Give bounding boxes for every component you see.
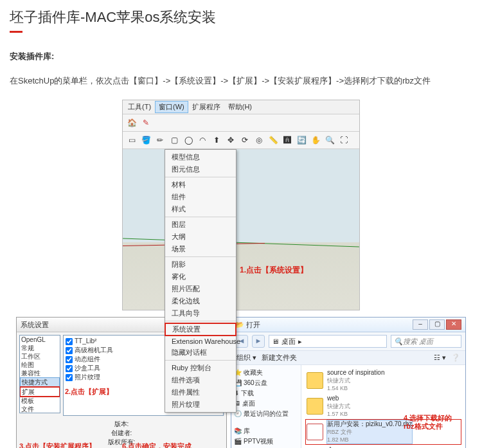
tree-item[interactable]: 📚库 (234, 426, 298, 436)
tree-item[interactable]: ⬇下载 (234, 388, 298, 399)
folder-tree[interactable]: ⭐收藏夹💾360云盘⬇下载🖥桌面🕘最近访问的位置 📚库🎬PPTV视频🎞视频 (231, 365, 301, 448)
minimize-icon[interactable]: – (413, 319, 428, 330)
menu-item[interactable]: 图层 (165, 219, 236, 231)
tree-item-label: 桌面 (242, 399, 255, 409)
tree-item[interactable]: 🎬PPTV视频 (234, 436, 298, 447)
fwd-icon[interactable]: ► (252, 335, 265, 348)
menu-separator (165, 177, 236, 177)
version-label: 版本: (21, 420, 222, 429)
menu-item[interactable]: 材料 (165, 179, 236, 191)
offset-icon: ◎ (253, 134, 265, 147)
file-size-label: 1.57 KB (327, 410, 350, 418)
menu-item[interactable]: 图元信息 (165, 163, 236, 175)
search-input[interactable]: 🔍 搜索 桌面 (391, 335, 461, 348)
category-item[interactable]: 绘图 (20, 361, 60, 369)
file-item[interactable]: source of inspiration快捷方式1.54 KB (305, 368, 461, 393)
menu-item[interactable]: 柔化边线 (165, 295, 236, 307)
menubar-item[interactable]: 工具(T) (124, 101, 155, 113)
tree-item[interactable]: 🕘最近访问的位置 (234, 409, 298, 419)
menu-item[interactable]: 隐藏对话框 (165, 346, 236, 359)
menu-separator (165, 256, 236, 257)
rotate-icon: ⟳ (238, 134, 251, 147)
menu-item[interactable]: 组件属性 (165, 386, 236, 399)
file-list[interactable]: source of inspiration快捷方式1.54 KBweb快捷方式1… (301, 365, 465, 448)
category-item[interactable]: 快捷方式 (20, 377, 60, 387)
file-name: 新用户安装：piziku_v0.70.rbz (327, 420, 412, 428)
paint-icon: 🪣 (139, 134, 152, 147)
menubar-item[interactable]: 窗口(W) (155, 101, 188, 113)
pencil-icon: ✏ (154, 134, 166, 147)
pan-icon: ✋ (309, 134, 322, 147)
menu-item[interactable]: 雾化 (165, 271, 236, 283)
home-icon: 🏠 (125, 116, 138, 129)
menu-item[interactable]: 模型信息 (165, 151, 236, 163)
folder-icon (307, 372, 323, 389)
menu-item[interactable]: 样式 (165, 203, 236, 215)
tree-item[interactable]: 💾360云盘 (234, 378, 298, 388)
help-icon[interactable]: ❔ (451, 354, 460, 362)
close-icon[interactable]: ✕ (446, 319, 461, 330)
text-icon: 🅰 (281, 134, 294, 147)
file-item[interactable]: 余快捷方式1.40 KB (305, 445, 461, 448)
menu-item[interactable]: 大纲 (165, 231, 236, 243)
file-size-label: 1.54 KB (327, 384, 385, 392)
file-type-label: RBZ 文件 (327, 428, 412, 436)
creator-label: 创建者: (21, 429, 222, 438)
open-dialog-title: 打开 (246, 321, 260, 328)
folder-icon (307, 398, 323, 415)
menu-item[interactable]: 阴影 (165, 258, 236, 271)
menu-item[interactable]: 照片纹理 (165, 399, 236, 411)
breadcrumb[interactable]: 🖥 桌面 ▸ (269, 335, 387, 348)
new-folder-button[interactable]: 新建文件夹 (262, 353, 297, 363)
desktop-icon: 🖥 (272, 337, 279, 345)
tree-item[interactable]: ⭐收藏夹 (234, 368, 298, 378)
annotation-1: 1.点击【系统设置】 (240, 265, 308, 276)
arc-icon: ◠ (196, 134, 209, 147)
file-type-label: 快捷方式 (327, 377, 385, 384)
orbit-icon: 🔄 (295, 134, 308, 147)
menu-item[interactable]: 组件选项 (165, 374, 236, 386)
menu-item[interactable]: Extension Warehouse (165, 336, 236, 346)
category-item[interactable]: 模板 (20, 397, 60, 405)
system-settings-title: 系统设置 (21, 320, 49, 330)
settings-category-list[interactable]: OpenGL常规工作区绘图兼容性快捷方式扩展模板文件应用程序 (19, 335, 60, 413)
category-item[interactable]: 工作区 (20, 352, 60, 361)
sketchup-menubar: 工具(T)窗口(W)扩展程序帮助(H) (123, 100, 359, 114)
annotation-3: 3.点击【安装扩展程序】 (19, 442, 96, 448)
menu-item[interactable]: 照片匹配 (165, 283, 236, 295)
tree-item-label: 360云盘 (244, 378, 267, 388)
category-item[interactable]: 兼容性 (20, 369, 60, 377)
category-item[interactable]: 扩展 (19, 386, 60, 397)
menu-item[interactable]: 组件 (165, 191, 236, 203)
organize-button[interactable]: 组织 ▾ (237, 353, 256, 363)
menubar-item[interactable]: 扩展程序 (188, 101, 224, 113)
search-icon: 🔍 (394, 337, 403, 346)
tape-icon: 📏 (267, 134, 280, 147)
tree-item-label: PPTV视频 (244, 436, 273, 447)
menu-item[interactable]: 场景 (165, 243, 236, 255)
menu-item[interactable]: Ruby 控制台 (165, 362, 236, 374)
title-underline (10, 31, 22, 33)
file-name: web (327, 395, 350, 402)
tree-item-label: 库 (244, 426, 250, 436)
menu-separator (165, 360, 236, 361)
page-title: 坯子插件库-MAC苹果os系统安装 (10, 8, 472, 27)
sketchup-toolbar-2: ▭ 🪣 ✏ ▢ ◯ ◠ ⬆ ✥ ⟳ ◎ 📏 🅰 🔄 ✋ 🔍 ⛶ (123, 132, 359, 149)
menu-separator (165, 217, 236, 217)
maximize-icon[interactable]: ▢ (429, 319, 445, 330)
pptv-icon: 🎬 (234, 436, 242, 447)
zoom-icon: 🔍 (323, 134, 336, 147)
menu-item[interactable]: 系统设置 (165, 323, 237, 336)
category-item[interactable]: 文件 (20, 405, 60, 413)
category-item[interactable]: OpenGL (20, 336, 60, 344)
sketchup-toolbar-1: 🏠 ✎ (123, 114, 359, 132)
circle-icon: ◯ (182, 134, 195, 147)
move-icon: ✥ (224, 134, 237, 147)
menu-item[interactable]: 工具向导 (165, 307, 236, 319)
menubar-item[interactable]: 帮助(H) (224, 101, 256, 113)
push-icon: ⬆ (210, 134, 223, 147)
tree-item-label: 下载 (241, 388, 254, 399)
category-item[interactable]: 常规 (20, 344, 60, 352)
tree-item[interactable]: 🖥桌面 (234, 399, 298, 409)
view-icon[interactable]: ☷ ▾ (434, 354, 446, 362)
